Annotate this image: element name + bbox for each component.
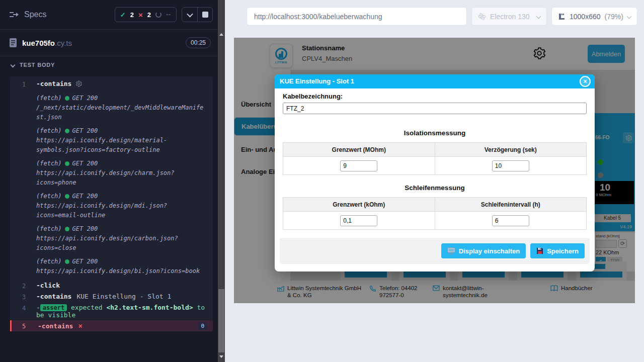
fetch-url: https://api.iconify.design/mdi.json?icon… xyxy=(36,201,207,220)
fetch-url: https://api.iconify.design/carbon.json?i… xyxy=(36,234,207,253)
viewport-size: 1000x660 xyxy=(570,13,601,21)
display-on-button[interactable]: Display einschalten xyxy=(441,243,526,258)
command-number: 2 xyxy=(10,282,36,290)
scrollbar-thumb[interactable] xyxy=(218,289,224,352)
chevron-down-icon xyxy=(11,62,16,67)
collapse-button[interactable] xyxy=(182,8,197,22)
viewport-select[interactable]: 1000x660 (79%) xyxy=(551,7,637,26)
fetch-log-item[interactable]: (fetch)GET 200 https://api.iconify.desig… xyxy=(36,224,207,253)
status-dot-icon xyxy=(65,194,69,199)
url-input[interactable] xyxy=(247,7,467,26)
spec-name-bold: kue705fo xyxy=(22,39,55,47)
isolation-section-title: Isolationsmessung xyxy=(283,129,587,137)
run-controls xyxy=(182,7,213,22)
command-log: 1 -contains (fetch)GET 200 /_next/static… xyxy=(10,76,213,331)
fetch-status: GET 200 xyxy=(72,94,98,103)
display-on-label: Display einschalten xyxy=(459,247,520,255)
command-argument: KUE Einstellung - Slot 1 xyxy=(76,293,171,300)
test-body-toggle[interactable]: TEST BODY xyxy=(0,56,218,73)
status-dot-icon xyxy=(65,96,69,101)
fetch-url: /_next/static/development/_devMiddleware… xyxy=(36,103,207,122)
column-header-grenzwert-mohm: Grenzwert (MOhm) xyxy=(283,143,435,157)
fetch-log-item[interactable]: (fetch)GET 200 https://api.iconify.desig… xyxy=(36,159,207,188)
close-icon[interactable]: × xyxy=(580,76,591,87)
chevron-down-icon xyxy=(536,14,541,19)
stop-icon xyxy=(202,12,208,18)
fetch-log-item[interactable]: (fetch)GET 200 https://api.iconify.desig… xyxy=(36,126,207,155)
chevron-down-icon xyxy=(187,11,193,17)
fetch-url: https://api.iconify.design/charm.json?ic… xyxy=(36,168,207,188)
command-name: -contains xyxy=(36,80,71,87)
fetch-url: https://api.iconify.design/material-symb… xyxy=(36,136,207,155)
spec-name: kue705fo.cy.ts xyxy=(22,39,72,47)
loop-grenzwert-input[interactable] xyxy=(340,215,377,226)
screen: Specs ✓ 2 × 2 -- kue705fo.cy.ts 00:25 xyxy=(0,0,644,362)
status-dot-icon xyxy=(65,227,69,231)
fetch-keyword: (fetch) xyxy=(36,192,62,201)
status-dot-icon xyxy=(65,129,69,133)
column-header-schleifenintervall: Schleifenintervall (h) xyxy=(435,198,587,212)
scroll-down-icon[interactable] xyxy=(219,355,223,358)
ruler-icon xyxy=(558,13,566,20)
iso-grenzwert-input[interactable] xyxy=(340,160,377,171)
command-name: -contains xyxy=(38,322,73,330)
specs-label[interactable]: Specs xyxy=(24,10,46,19)
electron-icon xyxy=(478,13,486,21)
fetch-url: https://api.iconify.design/bi.json?icons… xyxy=(36,266,207,276)
command-contains-1[interactable]: 1 -contains xyxy=(10,78,213,89)
fetch-status: GET 200 xyxy=(72,192,98,201)
spec-file-icon xyxy=(9,38,17,48)
cable-name-input[interactable] xyxy=(283,103,587,114)
command-number: 4 xyxy=(10,304,36,312)
floppy-disk-icon xyxy=(536,247,543,254)
assert-text: expected xyxy=(71,304,103,311)
scroll-up-icon[interactable] xyxy=(219,33,223,36)
command-contains-failed[interactable]: 5 -contains× 0 xyxy=(10,320,213,331)
command-assert[interactable]: 4 -assert expected <h2.text-sm.font-bold… xyxy=(10,302,213,320)
passed-icon: ✓ xyxy=(120,11,126,19)
spec-row[interactable]: kue705fo.cy.ts 00:25 xyxy=(0,30,218,56)
chevron-down-icon xyxy=(627,14,632,19)
monitor-icon xyxy=(447,247,455,254)
fetch-keyword: (fetch) xyxy=(36,224,62,234)
fetch-keyword: (fetch) xyxy=(36,126,62,136)
fetch-keyword: (fetch) xyxy=(36,159,62,168)
save-button[interactable]: Speichern xyxy=(530,243,585,258)
modal-footer: Display einschalten Speichern xyxy=(280,238,590,264)
cypress-reporter: Specs ✓ 2 × 2 -- kue705fo.cy.ts 00:25 xyxy=(0,0,218,362)
command-name: -contains xyxy=(36,293,71,300)
loop-table: Grenzwert (kOhm) Schleifenintervall (h) xyxy=(283,197,587,230)
test-stats: ✓ 2 × 2 -- xyxy=(115,7,177,22)
failed-icon: × xyxy=(138,11,143,19)
browser-name: Electron 130 xyxy=(490,13,530,21)
command-number: 3 xyxy=(10,293,36,301)
iso-verzoegerung-input[interactable] xyxy=(492,160,529,171)
status-dot-icon xyxy=(65,259,69,264)
stop-button[interactable] xyxy=(197,8,212,22)
command-contains-3[interactable]: 3 -containsKUE Einstellung - Slot 1 xyxy=(10,291,213,302)
fetch-log-item[interactable]: (fetch)GET 200 https://api.iconify.desig… xyxy=(36,192,207,220)
fetch-status: GET 200 xyxy=(72,126,98,136)
browser-select[interactable]: Electron 130 xyxy=(471,7,547,26)
command-number: 5 xyxy=(12,322,38,330)
save-label: Speichern xyxy=(547,247,579,255)
passed-count: 2 xyxy=(130,11,134,19)
loop-intervall-input[interactable] xyxy=(492,215,529,226)
fetch-log-item[interactable]: (fetch)GET 200 /_next/static/development… xyxy=(36,94,207,122)
pending-count: -- xyxy=(166,11,171,18)
scrollbar[interactable] xyxy=(218,0,225,362)
gear-icon xyxy=(75,80,82,87)
assert-element: <h2.text-sm.font-bold> xyxy=(106,304,193,311)
viewport-zoom: (79%) xyxy=(605,13,623,21)
spec-name-ext: .cy.ts xyxy=(55,39,72,47)
command-click[interactable]: 2 -click xyxy=(10,280,213,291)
fetch-keyword: (fetch) xyxy=(36,257,62,266)
fetch-log-item[interactable]: (fetch)GET 200 https://api.iconify.desig… xyxy=(36,257,207,276)
pending-icon xyxy=(155,12,162,18)
failed-count: 2 xyxy=(147,11,151,19)
modal-title: KUE Einstellung - Slot 1 xyxy=(280,77,354,85)
specs-list-icon[interactable] xyxy=(9,11,19,19)
fetch-keyword: (fetch) xyxy=(36,94,62,103)
column-header-verzoegerung: Verzögerung (sek) xyxy=(435,143,587,157)
reporter-header: Specs ✓ 2 × 2 -- xyxy=(0,0,218,29)
